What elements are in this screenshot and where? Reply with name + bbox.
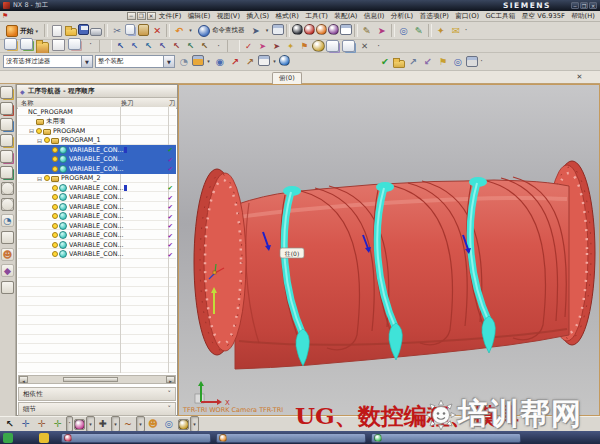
globe-icon[interactable] (279, 55, 290, 66)
import-icon[interactable]: ↙ (421, 55, 435, 69)
open-set-icon[interactable] (393, 60, 405, 68)
coins-icon[interactable] (178, 419, 189, 430)
rotate-view-icon[interactable]: ➤ (375, 24, 389, 38)
separator[interactable] (286, 24, 290, 37)
overflow-dot[interactable] (372, 40, 385, 52)
scroll-left-arrow[interactable]: ◂ (19, 376, 28, 383)
navigator-row[interactable]: VARIABLE_CON... (18, 212, 176, 222)
navigator-row[interactable]: VARIABLE_CON... (18, 183, 176, 193)
dropdown-arrow[interactable] (137, 417, 144, 431)
graphics-viewport[interactable]: 往(0) X TFR-TRI WORK Camera TFR-TRI (178, 84, 600, 416)
menu-item[interactable]: 窗口(O) (452, 12, 482, 21)
zoom-icon[interactable]: ◎ (397, 24, 411, 38)
touch-mode-icon[interactable]: ➤ (249, 24, 263, 38)
menu-item[interactable]: 帮助(H) (568, 12, 598, 21)
overflow-dot[interactable] (479, 55, 484, 69)
mail-icon[interactable]: ✉ (449, 24, 463, 38)
user-icon[interactable]: ☻ (146, 417, 160, 431)
overflow-dot[interactable] (67, 417, 72, 431)
expand-toggle[interactable] (37, 175, 44, 182)
part-navigator-icon[interactable] (0, 118, 13, 131)
point-constructor-icon[interactable]: ✚ (96, 417, 110, 431)
menu-item[interactable]: 装配(A) (331, 12, 361, 21)
pinwheel-icon[interactable] (74, 419, 85, 430)
navigator-row[interactable]: PROGRAM_1 (18, 136, 176, 146)
separator[interactable] (166, 24, 170, 37)
annotate-icon[interactable]: ✎ (360, 24, 374, 38)
menu-item[interactable]: 分析(L) (388, 12, 417, 21)
snap-mid-icon[interactable]: ✛ (51, 417, 65, 431)
grid-icon[interactable] (466, 56, 478, 67)
fence-select-icon[interactable] (192, 55, 204, 66)
shop-doc-icon[interactable] (326, 40, 339, 52)
select-body-icon[interactable]: ↖ (156, 40, 169, 52)
details-section[interactable]: 细节 ˅ (18, 402, 176, 416)
copy-icon[interactable] (125, 24, 135, 35)
separator[interactable] (104, 24, 108, 37)
menu-item[interactable]: 插入(S) (243, 12, 272, 21)
feature-icon[interactable] (4, 38, 17, 50)
navigator-row[interactable]: NC_PROGRAM (18, 107, 176, 117)
layout-icon[interactable] (340, 24, 352, 35)
select-cursor-icon[interactable]: ↖ (3, 417, 17, 431)
navigator-row[interactable]: PROGRAM_2 (18, 174, 176, 184)
navigator-row[interactable]: VARIABLE_CON... (18, 231, 176, 241)
expand-toggle[interactable] (37, 137, 44, 144)
overflow-dot[interactable] (464, 24, 469, 38)
history-icon[interactable]: ◔ (1, 214, 14, 227)
machine-icon[interactable]: ➤ (270, 40, 283, 52)
vector-dn-icon[interactable]: ↗ (243, 55, 257, 69)
post-icon[interactable]: ✦ (284, 40, 297, 52)
pattern-icon[interactable] (20, 38, 33, 50)
dependencies-section[interactable]: 相依性 ˅ (18, 387, 176, 401)
simulate-icon[interactable]: ⚑ (298, 40, 311, 52)
magnify-icon[interactable]: ◎ (162, 417, 176, 431)
deselect-icon[interactable]: ↖ (170, 40, 183, 52)
select-face-icon[interactable]: ↖ (128, 40, 141, 52)
flag-icon[interactable]: ⚑ (436, 55, 450, 69)
menu-item[interactable]: 文件(F) (156, 12, 185, 21)
list-icon[interactable] (342, 40, 355, 52)
dropdown-arrow[interactable] (205, 55, 212, 69)
tab-close-icon[interactable]: ✕ (575, 73, 584, 82)
rect-select-icon[interactable] (258, 55, 270, 66)
menu-item[interactable]: 格式(R) (272, 12, 302, 21)
separator[interactable] (391, 24, 395, 37)
select-edge-icon[interactable]: ↖ (142, 40, 155, 52)
facet-display-icon[interactable] (328, 24, 339, 35)
wireframe-display-icon[interactable] (304, 24, 315, 35)
separator[interactable] (354, 24, 358, 37)
tool-icon[interactable] (312, 40, 325, 52)
navigator-row[interactable]: VARIABLE_CON... (18, 221, 176, 231)
overflow-dot[interactable] (212, 40, 225, 52)
vector-up-icon[interactable]: ↗ (228, 55, 242, 69)
selection-scope-dropdown[interactable]: 整个装配 ▼ (95, 55, 175, 68)
touch-panel-icon[interactable] (1, 281, 14, 294)
select-filter-icon[interactable]: ↖ (114, 40, 127, 52)
command-finder-button[interactable]: 命令查找器 (195, 24, 248, 38)
highlight-icon[interactable]: ◉ (213, 55, 227, 69)
menu-item[interactable]: 工具(T) (302, 12, 331, 21)
separator[interactable] (428, 24, 432, 37)
overflow-dot[interactable] (84, 38, 97, 50)
reuse-library-icon[interactable] (0, 166, 13, 179)
process-studio-icon[interactable] (1, 231, 14, 244)
select-all-icon[interactable]: ↖ (184, 40, 197, 52)
menu-item[interactable]: GC工具箱 (482, 12, 518, 21)
taskbar-app-2[interactable] (216, 433, 366, 443)
close-button[interactable]: ✕ (589, 2, 597, 9)
launcher-1-icon[interactable] (3, 433, 13, 443)
start-menu-button[interactable]: 开始 ▾ (2, 22, 42, 39)
export-icon[interactable]: ↗ (406, 55, 420, 69)
doc-restore-button[interactable]: ❐ (137, 12, 146, 20)
cancel-icon[interactable]: ✕ (358, 40, 371, 52)
minimize-button[interactable]: ─ (571, 2, 579, 9)
navigator-row[interactable]: VARIABLE_CON... (18, 155, 176, 165)
undo-icon[interactable]: ↶ (172, 24, 186, 38)
dropdown-arrow[interactable] (87, 417, 94, 431)
navigator-row[interactable]: VARIABLE_CON... (18, 145, 176, 155)
print-icon[interactable] (90, 28, 102, 36)
sketch-icon[interactable]: ✎ (412, 24, 426, 38)
ok-check-icon[interactable]: ✔ (378, 55, 392, 69)
operation-navigator-icon[interactable] (0, 134, 13, 147)
